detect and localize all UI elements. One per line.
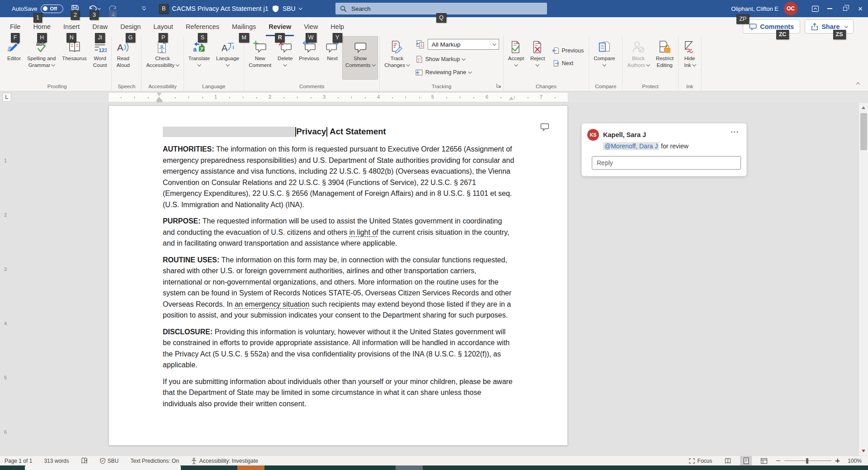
comment-author-name: Kapell, Sara J [603, 131, 646, 138]
tab-file[interactable]: FileF [4, 17, 27, 36]
show-markup-button[interactable]: Show Markup [415, 56, 499, 63]
restore-button[interactable] [837, 0, 853, 17]
thesaurus-button[interactable]: Thesaurus [59, 36, 90, 80]
accept-button[interactable]: Accept [505, 36, 527, 80]
show-comments-button[interactable]: ShowComments [342, 36, 378, 80]
search-input[interactable] [351, 5, 500, 12]
button-label: Comments [345, 62, 375, 69]
chevron-down-icon [52, 62, 55, 66]
vertical-scrollbar[interactable] [859, 103, 868, 456]
tab-selector[interactable]: L [2, 93, 11, 102]
language-button[interactable]: ALanguage [213, 36, 242, 80]
left-indent-marker[interactable] [157, 100, 162, 102]
proofing-status-button[interactable] [81, 457, 88, 464]
read-aloud-button[interactable]: AReadAloud [113, 36, 133, 80]
next-comment-button[interactable]: Next [322, 36, 342, 80]
button-label: Spelling and [27, 55, 56, 62]
user-name[interactable]: Oliphant, Clifton E [731, 5, 778, 12]
right-indent-marker[interactable] [509, 97, 514, 100]
delete-comment-button[interactable]: Delete [274, 36, 296, 80]
save-button[interactable]: 2 [70, 2, 80, 15]
zoom-slider[interactable] [784, 461, 831, 461]
horizontal-ruler[interactable]: 1234567 [108, 93, 568, 102]
undo-button[interactable]: 3 [87, 2, 101, 15]
vertical-ruler[interactable]: 123456 [0, 103, 13, 456]
editor-button[interactable]: Editor [4, 36, 24, 80]
scroll-down-icon[interactable] [862, 450, 865, 452]
word-count-button[interactable]: 123WordCount [90, 36, 110, 80]
search-box[interactable]: Q [335, 3, 547, 14]
next-change-button[interactable]: Next [552, 60, 584, 67]
page-indicator[interactable]: Page 1 of 1 [5, 458, 32, 464]
scroll-up-icon[interactable] [862, 106, 865, 109]
reject-button[interactable]: Reject [527, 36, 548, 80]
tab-insert[interactable]: InsertN [57, 17, 86, 36]
text-predictions-status[interactable]: Text Predictions: On [130, 458, 179, 464]
compare-button[interactable]: Compare [590, 36, 618, 80]
tab-draw[interactable]: DrawJI [86, 17, 114, 36]
zoom-out-button[interactable] [776, 461, 780, 461]
tab-mailings[interactable]: MailingsM [226, 17, 262, 36]
focus-icon [689, 458, 695, 464]
tab-design[interactable]: DesignG [114, 17, 147, 36]
previous-comment-button[interactable]: Previous [296, 36, 322, 80]
document-body[interactable]: Privacy Act Statement AUTHORITIES: The i… [163, 126, 515, 415]
tab-review[interactable]: ReviewR [262, 17, 297, 36]
ribbon-display-options-button[interactable] [808, 0, 822, 17]
comment-reply-input[interactable] [592, 156, 741, 170]
comment-more-actions-icon[interactable]: ··· [731, 128, 739, 136]
hanging-indent-marker[interactable] [157, 97, 161, 100]
button-label: Authors [627, 62, 649, 69]
display-for-review-combobox[interactable]: All Markup [428, 39, 499, 50]
comment-anchor-icon[interactable] [540, 123, 549, 133]
zoom-level[interactable]: 100% [848, 458, 862, 464]
undo-dropdown-icon[interactable] [98, 6, 100, 9]
qat-customize-button[interactable] [138, 2, 149, 15]
tab-references[interactable]: ReferencesS [179, 17, 226, 36]
tab-layout[interactable]: LayoutP [147, 17, 179, 36]
web-layout-button[interactable] [758, 456, 770, 465]
tab-help[interactable]: HelpY [324, 17, 350, 36]
tab-view[interactable]: ViewW [297, 17, 324, 36]
minimize-button[interactable] [822, 0, 837, 17]
comments-button[interactable]: Comments ZC [743, 19, 800, 33]
comment-mention[interactable]: @Morenoff, Dara J [603, 142, 659, 150]
autosave-pill[interactable]: Off [41, 5, 63, 13]
zoom-slider-thumb[interactable] [806, 458, 808, 464]
spelling-and-grammar-button[interactable]: abcSpelling andGrammar [24, 36, 59, 80]
zoom-in-button[interactable] [835, 459, 840, 463]
user-avatar[interactable]: OC [784, 2, 797, 15]
document-page[interactable]: Privacy Act Statement AUTHORITIES: The i… [108, 105, 568, 446]
track-changes-button[interactable]: TrackChanges [381, 36, 413, 80]
hide-ink-button[interactable]: HideInk [680, 36, 700, 80]
svg-text:a: a [193, 46, 197, 53]
collapse-ribbon-button[interactable] [855, 78, 861, 89]
print-layout-button[interactable] [740, 456, 752, 465]
paragraph: ROUTINE USES: The information on this fo… [163, 255, 515, 321]
restrict-editing-button[interactable]: RestrictEditing [653, 36, 677, 80]
close-button[interactable]: × [853, 0, 868, 17]
web-layout-icon [760, 458, 768, 464]
new-comment-button[interactable]: NewComment [245, 36, 274, 80]
dialog-launcher-icon[interactable] [496, 83, 501, 89]
previous-change-button[interactable]: Previous [552, 47, 584, 54]
autosave-toggle[interactable]: AutoSave Off 1 [12, 5, 63, 13]
chevron-down-icon [646, 62, 650, 66]
sensitivity-dropdown-icon[interactable] [299, 6, 302, 10]
share-dropdown-icon[interactable] [844, 24, 848, 28]
translate-button[interactable]: aTranslate [185, 36, 213, 80]
read-mode-button[interactable] [722, 456, 734, 465]
share-button[interactable]: Share ZS [805, 19, 854, 33]
accessibility-status[interactable]: Accessibility: Investigate [191, 457, 258, 465]
sensitivity-label[interactable]: SBU [283, 5, 296, 12]
focus-mode-button[interactable]: Focus [689, 458, 712, 464]
scrollbar-thumb[interactable] [860, 113, 867, 150]
check-accessibility-button[interactable]: CheckAccessibility [143, 36, 182, 80]
first-line-indent-marker[interactable] [157, 93, 161, 96]
comment-card[interactable]: KS Kapell, Sara J ··· @Morenoff, Dara J … [581, 123, 747, 176]
reviewing-pane-button[interactable]: Reviewing Pane [415, 69, 499, 76]
keytip-tab-home: H [37, 33, 47, 43]
sensitivity-status[interactable]: SBU [100, 458, 119, 464]
document-title[interactable]: CACMS Privacy Act Statement j1 [172, 5, 269, 12]
word-count-indicator[interactable]: 313 words [44, 458, 69, 464]
